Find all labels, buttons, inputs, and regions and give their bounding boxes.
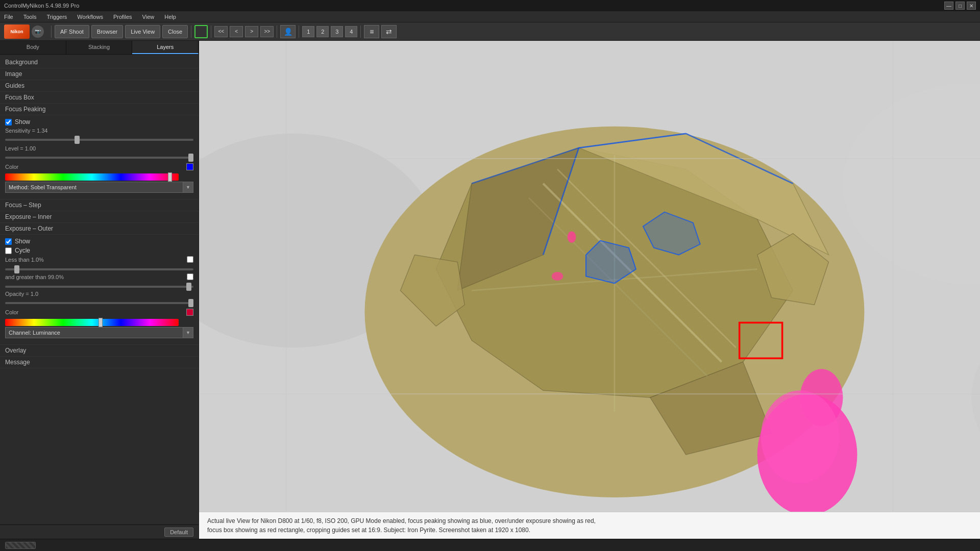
layer-content: Background Image Guides Focus Box Focus … (0, 55, 199, 524)
menu-file[interactable]: File (2, 13, 15, 21)
channel-dropdown[interactable]: Channel: Luminance Channel: Red Channel:… (5, 327, 183, 338)
color-swatch[interactable] (186, 163, 193, 170)
minimize-button[interactable]: — (944, 2, 953, 10)
exposure-color-swatch[interactable] (186, 309, 193, 316)
nav-last-button[interactable]: >> (260, 26, 274, 37)
level-row: Level = 1.00 (5, 145, 193, 160)
exposure-color-label: Color (5, 309, 183, 315)
af-shoot-button[interactable]: AF Shoot (55, 25, 89, 38)
nav-prev-prev-button[interactable]: < (230, 26, 243, 37)
color-rainbow-bar[interactable] (5, 173, 179, 181)
window-controls: — □ ✕ (944, 2, 976, 10)
image-status: Actual live View for Nikon D800 at 1/60,… (199, 512, 980, 539)
photo-container (199, 41, 980, 512)
tab-bar: Body Stacking Layers (0, 41, 199, 55)
greater-than-row: and greater than 99.0% (5, 273, 193, 280)
separator-2 (191, 26, 191, 38)
method-dropdown-arrow[interactable]: ▼ (183, 182, 193, 193)
tab-stacking[interactable]: Stacking (66, 41, 133, 54)
color-rainbow-thumb[interactable] (168, 172, 172, 182)
section-overlay[interactable]: Overlay (0, 345, 199, 357)
person-icon-button[interactable]: 👤 (280, 25, 296, 38)
image-canvas (199, 41, 980, 512)
left-panel: Body Stacking Layers Background Image Gu… (0, 41, 199, 539)
section-focus-box[interactable]: Focus Box (0, 92, 199, 104)
exposure-rainbow-bar[interactable] (5, 319, 179, 326)
live-view-button[interactable]: Live View (125, 25, 160, 38)
channel-dropdown-arrow[interactable]: ▼ (183, 327, 193, 338)
color-label: Color (5, 164, 183, 170)
less-than-row: Less than 1.0% (5, 256, 193, 263)
section-message[interactable]: Message (0, 357, 199, 368)
bottom-bar: Default (0, 524, 199, 539)
separator-3 (211, 26, 211, 38)
channel-row: Channel: Luminance Channel: Red Channel:… (5, 327, 193, 338)
greater-than-slider[interactable] (5, 286, 193, 288)
section-exposure-inner[interactable]: Exposure – Inner (0, 211, 199, 223)
browser-button[interactable]: Browser (91, 25, 123, 38)
menu-triggers[interactable]: Triggers (44, 13, 69, 21)
separator-1 (51, 26, 52, 38)
exposure-show-checkbox[interactable] (5, 238, 12, 245)
sensitivity-slider[interactable] (5, 139, 193, 141)
nav-first-button[interactable]: << (214, 26, 228, 37)
exposure-outer-content: Show Cycle Less than 1.0% and greater th… (0, 235, 199, 345)
menu-profiles[interactable]: Profiles (111, 13, 134, 21)
num3-button[interactable]: 3 (331, 26, 343, 37)
maximize-button[interactable]: □ (955, 2, 965, 10)
logo: Nikon (4, 24, 30, 39)
opacity-row: Opacity = 1.0 (5, 291, 193, 306)
image-status-line1: Actual live View for Nikon D800 at 1/60,… (207, 516, 972, 525)
logo-area: Nikon 📷 (4, 24, 44, 39)
section-exposure-outer[interactable]: Exposure – Outer (0, 223, 199, 235)
separator-4 (277, 26, 277, 38)
sensitivity-row: Sensitivity = 1.34 (5, 128, 193, 142)
focus-peaking-show-row: Show (5, 118, 193, 126)
menu-workflows[interactable]: Workflows (75, 13, 105, 21)
less-than-label: Less than 1.0% (5, 257, 187, 263)
close-button[interactable]: Close (162, 25, 188, 38)
section-background[interactable]: Background (0, 57, 199, 68)
section-image[interactable]: Image (0, 68, 199, 80)
num2-button[interactable]: 2 (316, 26, 329, 37)
section-focus-step[interactable]: Focus – Step (0, 199, 199, 211)
level-slider[interactable] (5, 157, 193, 159)
exposure-rainbow-thumb[interactable] (99, 318, 103, 327)
close-button[interactable]: ✕ (967, 2, 976, 10)
toolbar: Nikon 📷 AF Shoot Browser Live View Close… (0, 22, 980, 41)
titlebar: ControlMyNikon 5.4.98.99 Pro — □ ✕ (0, 0, 980, 11)
settings-icon-button[interactable]: ⇄ (381, 25, 397, 38)
tab-body[interactable]: Body (0, 41, 66, 54)
menu-help[interactable]: Help (162, 13, 178, 21)
section-focus-peaking[interactable]: Focus Peaking (0, 104, 199, 115)
main-content: Body Stacking Layers Background Image Gu… (0, 41, 980, 539)
sensitivity-label: Sensitivity = 1.34 (5, 128, 193, 134)
image-status-line2: focus box showing as red rectangle, crop… (207, 525, 972, 535)
method-dropdown[interactable]: Method: Sobel Transparent Method: Sobel … (5, 182, 183, 193)
green-indicator[interactable] (194, 25, 208, 38)
num4-button[interactable]: 4 (345, 26, 357, 37)
photo-svg (199, 41, 980, 512)
menu-view[interactable]: View (140, 13, 157, 21)
list-icon-button[interactable]: ≡ (364, 25, 379, 38)
opacity-slider[interactable] (5, 302, 193, 304)
svg-point-23 (568, 231, 576, 242)
statusbar (0, 539, 980, 551)
exposure-cycle-row: Cycle (5, 247, 193, 254)
less-than-slider[interactable] (5, 268, 193, 270)
progress-bar (5, 542, 36, 549)
section-guides[interactable]: Guides (0, 80, 199, 92)
greater-than-checkbox[interactable] (187, 273, 193, 280)
svg-point-22 (761, 390, 840, 483)
num1-button[interactable]: 1 (302, 26, 314, 37)
exposure-show-label: Show (15, 238, 30, 245)
less-than-checkbox[interactable] (187, 256, 193, 263)
separator-5 (299, 26, 299, 38)
nav-next-button[interactable]: > (245, 26, 258, 37)
default-button[interactable]: Default (164, 528, 193, 537)
exposure-cycle-checkbox[interactable] (5, 247, 12, 254)
color-row: Color (5, 163, 193, 170)
menu-tools[interactable]: Tools (21, 13, 39, 21)
tab-layers[interactable]: Layers (132, 41, 199, 54)
focus-peaking-show-checkbox[interactable] (5, 119, 12, 126)
